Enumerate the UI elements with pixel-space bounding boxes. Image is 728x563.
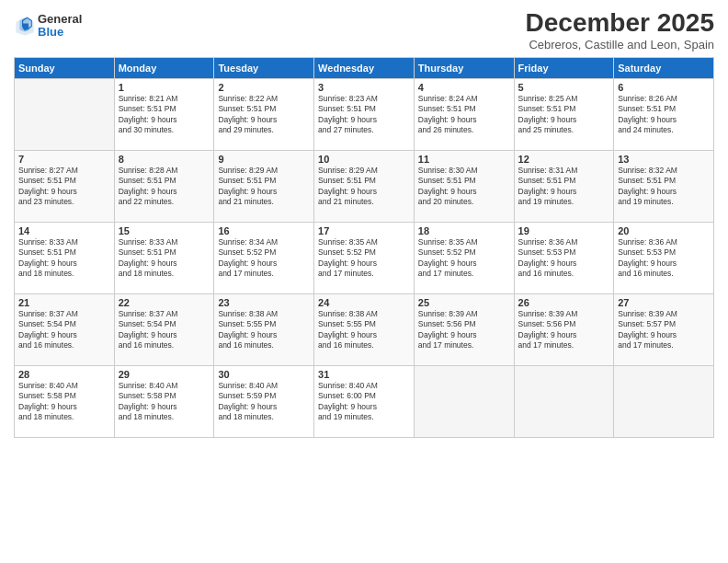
day-number: 4 <box>418 82 510 93</box>
day-info: Sunrise: 8:37 AM Sunset: 5:54 PM Dayligh… <box>18 309 110 351</box>
day-number: 30 <box>218 369 310 380</box>
day-info: Sunrise: 8:28 AM Sunset: 5:51 PM Dayligh… <box>119 166 210 208</box>
day-number: 9 <box>218 154 310 165</box>
logo-text: General Blue <box>38 13 82 40</box>
logo-blue-text: Blue <box>38 26 82 39</box>
day-number: 14 <box>18 225 110 236</box>
calendar-cell: 2Sunrise: 8:22 AM Sunset: 5:51 PM Daylig… <box>214 78 314 150</box>
calendar-cell: 7Sunrise: 8:27 AM Sunset: 5:51 PM Daylig… <box>15 150 115 222</box>
day-info: Sunrise: 8:29 AM Sunset: 5:51 PM Dayligh… <box>218 166 310 208</box>
day-number: 8 <box>119 154 210 165</box>
day-info: Sunrise: 8:27 AM Sunset: 5:51 PM Dayligh… <box>18 166 110 208</box>
week-row-3: 14Sunrise: 8:33 AM Sunset: 5:51 PM Dayli… <box>15 222 714 293</box>
calendar-table: Sunday Monday Tuesday Wednesday Thursday… <box>14 57 714 438</box>
col-saturday: Saturday <box>614 57 714 78</box>
day-number: 20 <box>618 225 710 236</box>
day-info: Sunrise: 8:35 AM Sunset: 5:52 PM Dayligh… <box>318 237 410 280</box>
calendar-cell: 15Sunrise: 8:33 AM Sunset: 5:51 PM Dayli… <box>114 222 214 293</box>
calendar-cell: 26Sunrise: 8:39 AM Sunset: 5:56 PM Dayli… <box>514 293 614 365</box>
header: General Blue December 2025 Cebreros, Cas… <box>14 9 714 52</box>
day-info: Sunrise: 8:33 AM Sunset: 5:51 PM Dayligh… <box>119 237 210 280</box>
day-info: Sunrise: 8:36 AM Sunset: 5:53 PM Dayligh… <box>618 237 710 280</box>
calendar-cell: 3Sunrise: 8:23 AM Sunset: 5:51 PM Daylig… <box>314 78 415 150</box>
calendar-cell: 9Sunrise: 8:29 AM Sunset: 5:51 PM Daylig… <box>214 150 314 222</box>
calendar-cell: 1Sunrise: 8:21 AM Sunset: 5:51 PM Daylig… <box>114 78 214 150</box>
logo-general-text: General <box>38 13 82 26</box>
subtitle: Cebreros, Castille and Leon, Spain <box>526 38 714 52</box>
day-info: Sunrise: 8:40 AM Sunset: 5:59 PM Dayligh… <box>218 381 310 423</box>
calendar-cell <box>514 365 614 437</box>
day-number: 21 <box>18 297 110 308</box>
day-number: 13 <box>618 154 710 165</box>
calendar-cell: 25Sunrise: 8:39 AM Sunset: 5:56 PM Dayli… <box>414 293 514 365</box>
day-info: Sunrise: 8:21 AM Sunset: 5:51 PM Dayligh… <box>119 94 210 136</box>
calendar-cell <box>614 365 714 437</box>
col-thursday: Thursday <box>414 57 514 78</box>
calendar-cell: 27Sunrise: 8:39 AM Sunset: 5:57 PM Dayli… <box>614 293 714 365</box>
day-number: 22 <box>119 297 210 308</box>
day-info: Sunrise: 8:31 AM Sunset: 5:51 PM Dayligh… <box>518 166 610 208</box>
day-number: 10 <box>318 154 410 165</box>
day-info: Sunrise: 8:22 AM Sunset: 5:51 PM Dayligh… <box>218 94 310 136</box>
main-title: December 2025 <box>526 9 714 38</box>
col-wednesday: Wednesday <box>314 57 415 78</box>
day-number: 5 <box>518 82 610 93</box>
day-info: Sunrise: 8:40 AM Sunset: 5:58 PM Dayligh… <box>119 381 210 423</box>
col-monday: Monday <box>114 57 214 78</box>
day-number: 2 <box>218 82 310 93</box>
day-number: 25 <box>418 297 510 308</box>
day-info: Sunrise: 8:39 AM Sunset: 5:56 PM Dayligh… <box>418 309 510 351</box>
logo: General Blue <box>14 13 82 40</box>
day-info: Sunrise: 8:26 AM Sunset: 5:51 PM Dayligh… <box>618 94 710 136</box>
day-number: 23 <box>218 297 310 308</box>
logo-icon <box>14 15 36 37</box>
calendar-cell: 21Sunrise: 8:37 AM Sunset: 5:54 PM Dayli… <box>15 293 115 365</box>
calendar-cell: 13Sunrise: 8:32 AM Sunset: 5:51 PM Dayli… <box>614 150 714 222</box>
day-number: 7 <box>18 154 110 165</box>
day-number: 15 <box>119 225 210 236</box>
calendar-cell: 8Sunrise: 8:28 AM Sunset: 5:51 PM Daylig… <box>114 150 214 222</box>
page: General Blue December 2025 Cebreros, Cas… <box>0 0 728 563</box>
week-row-4: 21Sunrise: 8:37 AM Sunset: 5:54 PM Dayli… <box>15 293 714 365</box>
week-row-1: 1Sunrise: 8:21 AM Sunset: 5:51 PM Daylig… <box>15 78 714 150</box>
calendar-cell: 17Sunrise: 8:35 AM Sunset: 5:52 PM Dayli… <box>314 222 415 293</box>
calendar-cell: 22Sunrise: 8:37 AM Sunset: 5:54 PM Dayli… <box>114 293 214 365</box>
day-info: Sunrise: 8:39 AM Sunset: 5:57 PM Dayligh… <box>618 309 710 351</box>
calendar-cell: 20Sunrise: 8:36 AM Sunset: 5:53 PM Dayli… <box>614 222 714 293</box>
calendar-cell: 29Sunrise: 8:40 AM Sunset: 5:58 PM Dayli… <box>114 365 214 437</box>
day-number: 1 <box>119 82 210 93</box>
day-number: 12 <box>518 154 610 165</box>
calendar-cell: 31Sunrise: 8:40 AM Sunset: 6:00 PM Dayli… <box>314 365 415 437</box>
day-info: Sunrise: 8:32 AM Sunset: 5:51 PM Dayligh… <box>618 166 710 208</box>
calendar-cell <box>15 78 115 150</box>
day-info: Sunrise: 8:38 AM Sunset: 5:55 PM Dayligh… <box>318 309 410 351</box>
col-tuesday: Tuesday <box>214 57 314 78</box>
day-number: 6 <box>618 82 710 93</box>
calendar-cell: 6Sunrise: 8:26 AM Sunset: 5:51 PM Daylig… <box>614 78 714 150</box>
day-number: 3 <box>318 82 410 93</box>
day-number: 26 <box>518 297 610 308</box>
calendar-cell: 30Sunrise: 8:40 AM Sunset: 5:59 PM Dayli… <box>214 365 314 437</box>
day-number: 17 <box>318 225 410 236</box>
col-sunday: Sunday <box>15 57 115 78</box>
day-number: 18 <box>418 225 510 236</box>
day-info: Sunrise: 8:39 AM Sunset: 5:56 PM Dayligh… <box>518 309 610 351</box>
day-number: 28 <box>18 369 110 380</box>
calendar-cell: 28Sunrise: 8:40 AM Sunset: 5:58 PM Dayli… <box>15 365 115 437</box>
calendar-cell: 14Sunrise: 8:33 AM Sunset: 5:51 PM Dayli… <box>15 222 115 293</box>
calendar-cell <box>414 365 514 437</box>
day-info: Sunrise: 8:34 AM Sunset: 5:52 PM Dayligh… <box>218 237 310 280</box>
day-number: 31 <box>318 369 410 380</box>
day-number: 27 <box>618 297 710 308</box>
day-info: Sunrise: 8:23 AM Sunset: 5:51 PM Dayligh… <box>318 94 410 136</box>
col-friday: Friday <box>514 57 614 78</box>
calendar-cell: 16Sunrise: 8:34 AM Sunset: 5:52 PM Dayli… <box>214 222 314 293</box>
day-number: 16 <box>218 225 310 236</box>
calendar-cell: 19Sunrise: 8:36 AM Sunset: 5:53 PM Dayli… <box>514 222 614 293</box>
calendar-cell: 12Sunrise: 8:31 AM Sunset: 5:51 PM Dayli… <box>514 150 614 222</box>
week-row-2: 7Sunrise: 8:27 AM Sunset: 5:51 PM Daylig… <box>15 150 714 222</box>
day-info: Sunrise: 8:40 AM Sunset: 6:00 PM Dayligh… <box>318 381 410 423</box>
day-info: Sunrise: 8:40 AM Sunset: 5:58 PM Dayligh… <box>18 381 110 423</box>
day-info: Sunrise: 8:25 AM Sunset: 5:51 PM Dayligh… <box>518 94 610 136</box>
calendar-cell: 4Sunrise: 8:24 AM Sunset: 5:51 PM Daylig… <box>414 78 514 150</box>
